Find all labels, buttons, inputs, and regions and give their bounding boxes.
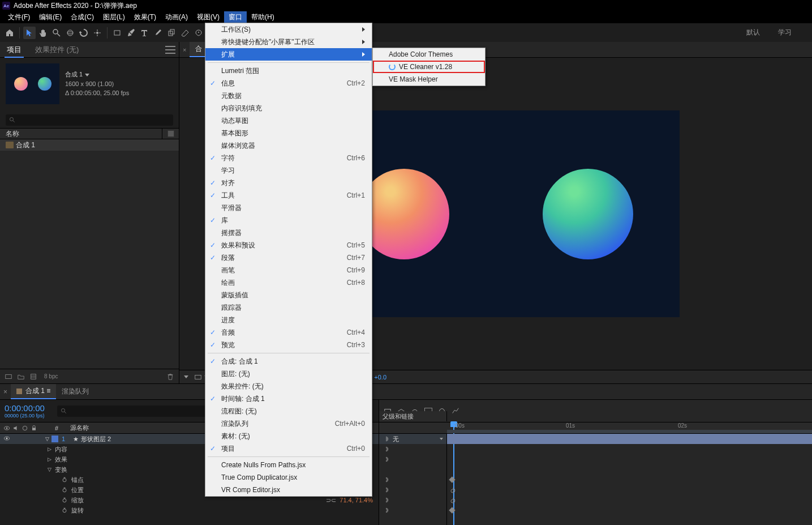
keyframe-icon[interactable]: [449, 507, 455, 513]
layer-twirl-icon[interactable]: ▽: [45, 436, 49, 442]
text-tool-icon[interactable]: [138, 27, 151, 39]
scale-value[interactable]: 71.4, 71.4%: [340, 497, 379, 503]
orbit-tool-icon[interactable]: [64, 27, 76, 39]
speaker-column-icon[interactable]: [12, 425, 19, 432]
pen-tool-icon[interactable]: [124, 27, 137, 39]
lock-column-icon[interactable]: [31, 425, 37, 432]
chevron-down-icon[interactable]: [85, 74, 89, 76]
menu-help[interactable]: 帮助(H): [247, 11, 279, 23]
menu-item[interactable]: ✓信息Ctrl+2: [205, 77, 372, 89]
pickwhip-icon[interactable]: [383, 476, 389, 483]
home-icon[interactable]: [3, 27, 16, 39]
menu-edit[interactable]: 编辑(E): [35, 11, 66, 23]
twirl-icon[interactable]: ▷: [48, 446, 51, 452]
submenu-item[interactable]: VE Cleaner v1.28: [373, 61, 485, 73]
menu-item[interactable]: 内容识别填充: [205, 102, 372, 114]
menu-item[interactable]: 进度: [205, 314, 372, 326]
menu-layer[interactable]: 图层(L): [98, 11, 130, 23]
tab-render-queue[interactable]: 渲染队列: [56, 385, 94, 399]
tab-timeline-comp[interactable]: 合成 1 ≡: [11, 384, 56, 399]
menu-item[interactable]: ✓合成: 合成 1: [205, 355, 372, 368]
column-parent[interactable]: 父级和链接: [379, 411, 447, 421]
menu-window[interactable]: 窗口: [224, 11, 247, 23]
roto-tool-icon[interactable]: [192, 27, 205, 39]
menu-item[interactable]: 流程图: (无): [205, 405, 372, 417]
menu-item[interactable]: ✓段落Ctrl+7: [205, 251, 372, 264]
column-name[interactable]: 名称: [0, 129, 162, 139]
menu-view[interactable]: 视图(V): [192, 11, 224, 23]
menu-item[interactable]: ✓时间轴: 合成 1: [205, 392, 372, 405]
submenu-item[interactable]: VE Mask Helper: [373, 73, 485, 86]
workspace-learn[interactable]: 学习: [772, 25, 797, 40]
stopwatch-icon[interactable]: [61, 486, 68, 493]
pickwhip-icon[interactable]: [383, 436, 389, 442]
interpret-footage-icon[interactable]: [5, 373, 12, 381]
pickwhip-icon[interactable]: [383, 446, 389, 453]
new-comp-icon[interactable]: [29, 373, 37, 381]
menu-item[interactable]: 蒙版插值: [205, 289, 372, 301]
menu-item[interactable]: 图层: (无): [205, 368, 372, 380]
current-timecode[interactable]: 0:00:00:00: [5, 403, 45, 413]
menu-item[interactable]: ✓工具Ctrl+1: [205, 189, 372, 202]
pickwhip-icon[interactable]: [383, 497, 389, 503]
exposure-value[interactable]: +0.0: [374, 374, 386, 381]
panel-menu-icon[interactable]: [165, 46, 175, 54]
menu-item[interactable]: 平滑器: [205, 202, 372, 214]
project-bpc[interactable]: 8 bpc: [44, 373, 58, 379]
twirl-icon[interactable]: ▷: [48, 456, 51, 462]
trash-icon[interactable]: [166, 373, 174, 381]
new-folder-icon[interactable]: [17, 373, 25, 381]
menu-item[interactable]: ✓音频Ctrl+4: [205, 326, 372, 339]
menu-item[interactable]: 媒体浏览器: [205, 139, 372, 152]
time-ruler[interactable]: 父级和链接 :00s 01s 02s: [379, 422, 812, 434]
menu-effect[interactable]: 效果(T): [130, 11, 161, 23]
pickwhip-icon[interactable]: [383, 456, 389, 463]
menu-composition[interactable]: 合成(C): [66, 11, 98, 23]
menu-item[interactable]: 元数据: [205, 89, 372, 102]
work-area[interactable]: [447, 430, 812, 433]
menu-item[interactable]: 素材: (无): [205, 430, 372, 442]
parent-dropdown[interactable]: 无: [379, 434, 446, 444]
solo-column-icon[interactable]: [22, 425, 28, 432]
menu-item[interactable]: ✓字符Ctrl+6: [205, 152, 372, 164]
menu-item[interactable]: ✓效果和预设Ctrl+5: [205, 239, 372, 251]
twirl-icon[interactable]: ▽: [48, 467, 51, 472]
menu-item[interactable]: ✓预览Ctrl+3: [205, 339, 372, 351]
brush-tool-icon[interactable]: [152, 27, 164, 39]
stopwatch-icon[interactable]: [61, 476, 68, 483]
stopwatch-icon[interactable]: [61, 507, 68, 514]
workspace-default[interactable]: 默认: [741, 25, 766, 40]
menu-item[interactable]: ✓对齐: [205, 177, 372, 189]
rotation-tool-icon[interactable]: [78, 27, 90, 39]
link-icon[interactable]: ⊃⊂: [326, 497, 336, 504]
project-item-row[interactable]: 合成 1: [0, 139, 179, 151]
menu-item[interactable]: ✓库: [205, 214, 372, 227]
magnification-dropdown[interactable]: [184, 375, 188, 378]
pickwhip-icon[interactable]: [383, 507, 389, 514]
selection-tool-icon[interactable]: [23, 27, 36, 39]
menu-item[interactable]: 工作区(S): [205, 23, 372, 36]
menu-item[interactable]: Create Nulls From Paths.jsx: [205, 459, 372, 471]
zoom-tool-icon[interactable]: [50, 27, 63, 39]
menu-item[interactable]: 渲染队列Ctrl+Alt+0: [205, 417, 372, 430]
menu-item[interactable]: VR Comp Editor.jsx: [205, 484, 372, 496]
menu-item[interactable]: ✓项目Ctrl+0: [205, 442, 372, 455]
menu-item[interactable]: Lumetri 范围: [205, 65, 372, 77]
keyframe-ease-icon[interactable]: [450, 497, 456, 503]
search-input[interactable]: [6, 114, 173, 126]
clone-tool-icon[interactable]: [165, 27, 178, 39]
menu-item[interactable]: 将快捷键分配给"小屏幕"工作区: [205, 36, 372, 48]
keyframe-icon[interactable]: [449, 476, 455, 483]
anchor-tool-icon[interactable]: [91, 27, 104, 39]
label-swatch[interactable]: [51, 436, 58, 442]
menu-item[interactable]: 摇摆器: [205, 227, 372, 239]
tab-project[interactable]: 项目: [0, 42, 28, 57]
menu-item[interactable]: True Comp Duplicator.jsx: [205, 471, 372, 484]
stopwatch-icon[interactable]: [61, 497, 68, 503]
menu-item[interactable]: 学习: [205, 164, 372, 177]
layer-duration-bar[interactable]: [447, 434, 812, 444]
keyframe-ease-icon[interactable]: [450, 487, 456, 493]
menu-item[interactable]: 扩展: [205, 48, 372, 61]
menu-item[interactable]: 基本图形: [205, 127, 372, 139]
video-toggle-icon[interactable]: [3, 435, 10, 442]
